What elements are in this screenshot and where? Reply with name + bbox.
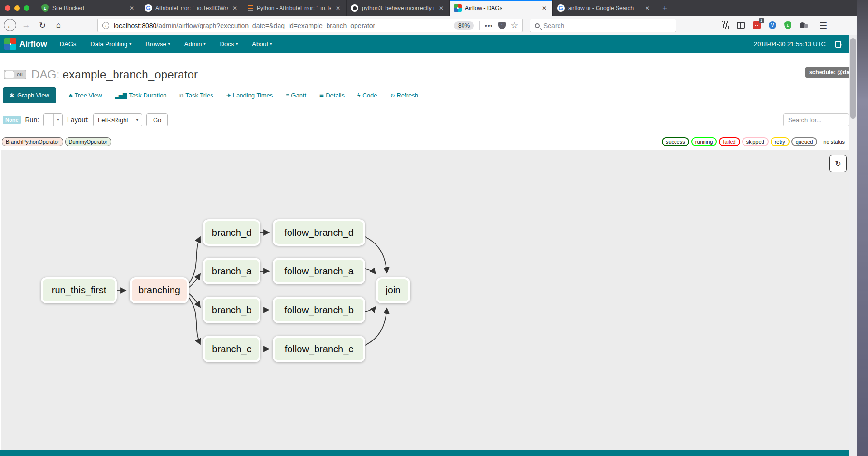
nav-item-docs[interactable]: Docs▾ <box>213 35 245 53</box>
hamburger-menu-icon[interactable]: ☰ <box>819 20 827 31</box>
graph-node-branch_b[interactable]: branch_b <box>203 297 260 323</box>
toggle-state-label: Off <box>17 72 23 77</box>
browser-tab[interactable]: £Site Blocked✕ <box>37 0 140 16</box>
ghostery-extension-icon[interactable] <box>800 21 808 29</box>
operator-badge: DummyOperator <box>65 137 111 146</box>
logout-icon[interactable] <box>835 41 841 48</box>
dag-pause-toggle[interactable]: Off <box>4 70 26 79</box>
task-tries-icon: ⧉ <box>180 92 183 99</box>
tab-title: python3: behave incorrectly mo <box>362 5 434 11</box>
view-tab-tree-view[interactable]: ♣Tree View <box>69 92 102 99</box>
scrollbar-thumb[interactable] <box>850 38 856 119</box>
tab-close-icon[interactable]: ✕ <box>231 4 239 12</box>
graph-node-branching[interactable]: branching <box>130 277 189 303</box>
search-icon <box>535 23 540 28</box>
vimium-extension-icon[interactable]: V <box>769 21 776 29</box>
run-select[interactable]: ▼ <box>43 113 63 126</box>
library-icon[interactable] <box>722 21 729 29</box>
state-badge: queued <box>791 137 818 146</box>
chevron-down-icon: ▼ <box>133 114 142 126</box>
view-tab-code[interactable]: ϟCode <box>357 92 377 99</box>
screen: £Site Blocked✕GAttributeError: '_io.Text… <box>0 0 868 456</box>
view-tab-label: Task Duration <box>129 92 166 99</box>
details-icon: ≣ <box>319 92 323 99</box>
tab-close-icon[interactable]: ✕ <box>540 4 548 12</box>
graph-node-run_this_first[interactable]: run_this_first <box>41 277 117 303</box>
tab-close-icon[interactable]: ✕ <box>128 4 135 12</box>
browser-tab[interactable]: Python - AttributeError: '_io.Te✕ <box>243 0 347 16</box>
graph-node-branch_c[interactable]: branch_c <box>203 336 260 362</box>
browser-tab[interactable]: Airflow - DAGs✕ <box>450 0 553 16</box>
view-tab-graph-view[interactable]: ✱Graph View <box>3 87 56 103</box>
view-tab-refresh[interactable]: ↻Refresh <box>390 92 418 99</box>
graph-node-follow_branch_b[interactable]: follow_branch_b <box>273 297 365 323</box>
shield-extension-icon[interactable]: £ <box>784 21 791 29</box>
view-tab-label: Task Tries <box>185 92 213 99</box>
nav-item-browse[interactable]: Browse▾ <box>138 35 177 53</box>
graph-node-branch_d[interactable]: branch_d <box>203 219 260 246</box>
sidebar-icon[interactable] <box>737 22 745 29</box>
graph-node-join[interactable]: join <box>376 277 410 303</box>
graph-refresh-button[interactable]: ↻ <box>829 155 847 172</box>
back-button[interactable]: ← <box>4 19 16 31</box>
graph-node-follow_branch_d[interactable]: follow_branch_d <box>273 219 365 246</box>
nav-buttons: ← → ↻ ⌂ <box>2 16 67 35</box>
dag-name: example_branch_operator <box>62 68 198 81</box>
window-close-button[interactable] <box>5 5 10 11</box>
url-text: localhost:8080/admin/airflow/graph?execu… <box>114 22 375 29</box>
chevron-down-icon: ▾ <box>204 42 206 46</box>
nav-item-label: DAGs <box>60 40 77 48</box>
view-tab-label: Code <box>362 92 377 99</box>
utc-clock: 2018-04-30 21:55:13 UTC <box>754 40 826 48</box>
url-bar[interactable]: i localhost:8080/admin/airflow/graph?exe… <box>97 19 523 32</box>
zoom-level-badge[interactable]: 80% <box>454 21 474 30</box>
view-tab-label: Gantt <box>291 92 306 99</box>
view-tab-task-tries[interactable]: ⧉Task Tries <box>180 92 213 99</box>
browser-tab[interactable]: GAttributeError: '_io.TextIOWrapp✕ <box>140 0 243 16</box>
state-badge: success <box>662 137 689 146</box>
view-tab-landing-times[interactable]: ✈Landing Times <box>226 92 273 99</box>
graph-node-follow_branch_c[interactable]: follow_branch_c <box>273 336 365 362</box>
graph-node-branch_a[interactable]: branch_a <box>203 258 260 284</box>
pocket-icon[interactable]: ˇ <box>498 22 506 29</box>
graph-node-follow_branch_a[interactable]: follow_branch_a <box>273 258 365 284</box>
view-tab-details[interactable]: ≣Details <box>319 92 345 99</box>
go-button[interactable]: Go <box>146 113 168 126</box>
layout-select[interactable]: Left->Right ▼ <box>93 113 142 126</box>
browser-tab[interactable]: python3: behave incorrectly mo✕ <box>347 0 450 16</box>
browser-tab[interactable]: Gairflow ui - Google Search✕ <box>553 0 656 16</box>
state-badge: no status <box>819 137 849 146</box>
extension-icon[interactable]: ••1 <box>753 21 761 29</box>
state-legend: successrunningfailedskippedretryqueuedno… <box>662 137 849 146</box>
bookmark-star-icon[interactable]: ☆ <box>511 20 518 30</box>
state-badge: retry <box>771 137 790 146</box>
forward-button[interactable]: → <box>18 20 34 30</box>
divider <box>479 21 480 30</box>
nav-item-dags[interactable]: DAGs <box>53 35 84 53</box>
browser-search-input[interactable] <box>543 22 672 29</box>
view-tab-gantt[interactable]: ≡Gantt <box>286 92 306 99</box>
airflow-brand[interactable]: Airflow <box>0 38 53 50</box>
site-info-icon[interactable]: i <box>102 22 109 29</box>
dag-graph-canvas[interactable]: run_this_firstbranchingbranch_dfollow_br… <box>1 150 849 450</box>
nav-item-about[interactable]: About▾ <box>245 35 279 53</box>
tab-close-icon[interactable]: ✕ <box>437 4 445 12</box>
reload-button[interactable]: ↻ <box>34 20 50 30</box>
page-actions-icon[interactable]: ••• <box>485 22 493 29</box>
window-minimize-button[interactable] <box>14 5 20 11</box>
task-search-input[interactable] <box>783 113 849 126</box>
tab-close-icon[interactable]: ✕ <box>334 4 342 12</box>
nav-item-admin[interactable]: Admin▾ <box>177 35 213 53</box>
tab-close-icon[interactable]: ✕ <box>644 4 651 12</box>
nav-item-label: Docs <box>220 40 234 48</box>
chevron-down-icon: ▾ <box>168 42 170 46</box>
extension-badge: 1 <box>759 18 764 23</box>
page-scrollbar[interactable] <box>849 35 857 456</box>
window-zoom-button[interactable] <box>24 5 29 11</box>
new-tab-button[interactable]: + <box>656 0 674 16</box>
chevron-down-icon: ▾ <box>270 42 272 46</box>
home-button[interactable]: ⌂ <box>50 20 67 30</box>
view-tab-task-duration[interactable]: ▂▅▇Task Duration <box>115 92 166 99</box>
dag-header: Off DAG:example_branch_operator <box>4 68 198 81</box>
nav-item-data-profiling[interactable]: Data Profiling▾ <box>83 35 138 53</box>
